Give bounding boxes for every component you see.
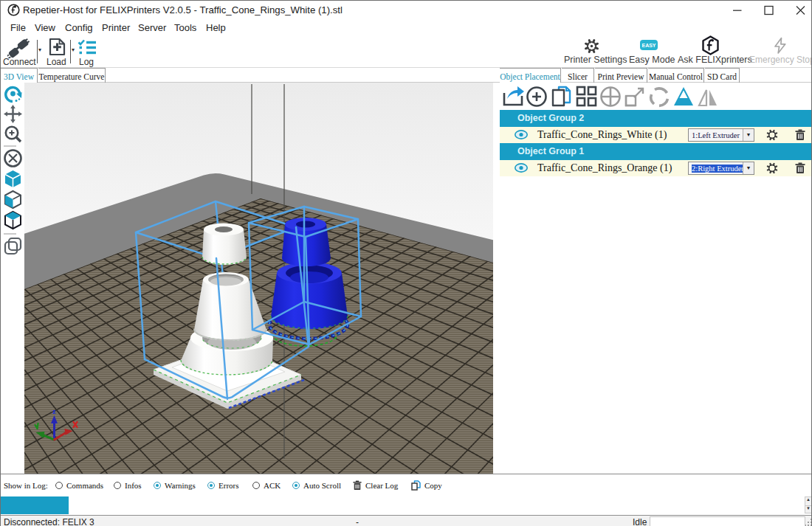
svg-text:z: z [52, 407, 56, 415]
